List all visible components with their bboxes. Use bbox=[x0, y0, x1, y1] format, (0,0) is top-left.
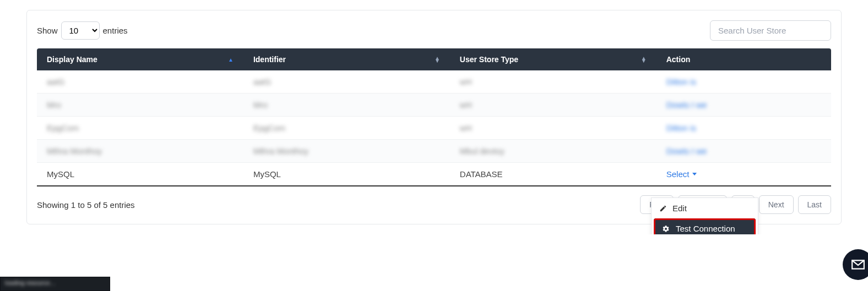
cell-type: wH bbox=[460, 100, 472, 109]
edit-icon bbox=[659, 205, 667, 212]
table-row: MySQL MySQL DATABASE Select bbox=[37, 163, 831, 186]
col-action: Action bbox=[657, 48, 831, 70]
col-display-name[interactable]: Display Name ▲ bbox=[37, 48, 243, 70]
table-row: Mro Mro wH Dowts I we bbox=[37, 94, 831, 117]
cell-action[interactable]: Ditton is bbox=[666, 123, 696, 133]
table-row: aatG aatG wH Ditton is bbox=[37, 70, 831, 94]
cell-identifier: Mthra Monthoy bbox=[253, 146, 308, 156]
menu-test-connection[interactable]: Test Connection bbox=[654, 218, 756, 234]
search-input[interactable] bbox=[710, 20, 831, 41]
showing-text: Showing 1 to 5 of 5 entries bbox=[37, 200, 135, 210]
entries-label: entries bbox=[103, 26, 128, 35]
table-row: EpgCom EpgCom wH Ditton is bbox=[37, 117, 831, 140]
cell-identifier: EpgCom bbox=[253, 123, 285, 133]
cell-display-name: MySQL bbox=[47, 169, 74, 179]
col-identifier[interactable]: Identifier ▲▼ bbox=[243, 48, 450, 70]
page-last-button[interactable]: Last bbox=[798, 195, 831, 214]
col-user-store-type[interactable]: User Store Type ▲▼ bbox=[450, 48, 657, 70]
cell-action[interactable]: Dowts I we bbox=[666, 100, 707, 109]
gears-icon bbox=[661, 225, 670, 233]
sort-icon: ▲ bbox=[228, 58, 234, 61]
cell-action[interactable]: Ditton is bbox=[666, 77, 696, 86]
cell-type: DATABASE bbox=[460, 169, 503, 179]
cell-type: Mbul devtoy bbox=[460, 146, 504, 156]
user-store-panel: Show 10 entries Display Name ▲ Identifie… bbox=[26, 10, 842, 224]
cell-type: wH bbox=[460, 123, 472, 133]
menu-test-connection-label: Test Connection bbox=[676, 224, 735, 233]
table-top-controls: Show 10 entries bbox=[37, 20, 831, 41]
cell-identifier: Mro bbox=[253, 100, 268, 109]
cell-display-name: Mro bbox=[47, 100, 61, 109]
cell-identifier: MySQL bbox=[253, 169, 281, 179]
cell-identifier: aatG bbox=[253, 77, 272, 86]
cell-display-name: EpgCom bbox=[47, 123, 79, 133]
caret-down-icon bbox=[692, 173, 697, 175]
sort-icon: ▲▼ bbox=[435, 57, 440, 62]
cell-action[interactable]: Dowts I we bbox=[666, 146, 707, 156]
select-label: Select bbox=[666, 169, 690, 179]
cell-display-name: aatG bbox=[47, 77, 65, 86]
sort-icon: ▲▼ bbox=[641, 57, 647, 62]
page-next-button[interactable]: Next bbox=[759, 195, 794, 214]
table-row: Mthra Monthoy Mthra Monthoy Mbul devtoy … bbox=[37, 140, 831, 163]
show-label: Show bbox=[37, 26, 58, 35]
action-select-link[interactable]: Select bbox=[666, 169, 697, 179]
user-store-table: Display Name ▲ Identifier ▲▼ User Store … bbox=[37, 48, 831, 186]
menu-edit-label: Edit bbox=[672, 204, 687, 213]
cell-type: wH bbox=[460, 77, 472, 86]
menu-edit[interactable]: Edit bbox=[652, 198, 758, 218]
show-entries-control: Show 10 entries bbox=[37, 21, 128, 40]
cell-display-name: Mthra Monthoy bbox=[47, 146, 102, 156]
action-dropdown-menu: Edit Test Connection Make Default Show S… bbox=[651, 197, 758, 234]
page-size-select[interactable]: 10 bbox=[61, 21, 100, 40]
